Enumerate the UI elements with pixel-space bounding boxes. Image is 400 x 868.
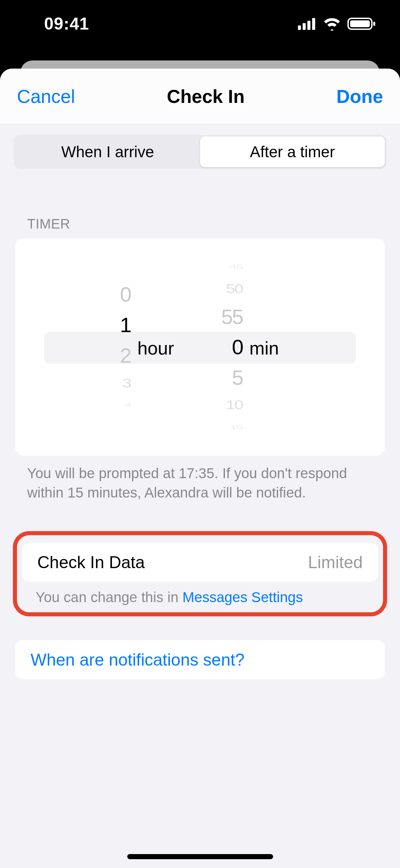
wifi-icon <box>323 17 341 31</box>
picker-hour-label: hour <box>137 338 174 359</box>
check-in-data-label: Check In Data <box>37 553 145 572</box>
timer-section-header: TIMER <box>0 169 400 238</box>
picker-minute-column[interactable]: 45 50 55 0 5 10 15 <box>195 257 243 437</box>
segmented-control[interactable]: When I arrive After a timer <box>14 135 386 169</box>
svg-rect-0 <box>298 25 301 30</box>
segment-when-i-arrive[interactable]: When I arrive <box>15 137 200 167</box>
notifications-info-label: When are notifications sent? <box>31 650 245 670</box>
svg-rect-6 <box>373 22 375 26</box>
modal-sheet: Cancel Check In Done When I arrive After… <box>0 69 400 868</box>
nav-title: Check In <box>167 86 245 107</box>
cancel-button[interactable]: Cancel <box>17 86 75 107</box>
svg-rect-1 <box>303 23 306 30</box>
check-in-data-section-highlighted: Check In Data Limited You can change thi… <box>13 531 387 616</box>
check-in-data-footer: You can change this in Messages Settings <box>17 582 383 605</box>
done-button[interactable]: Done <box>337 86 383 107</box>
picker-min-label: min <box>249 338 279 359</box>
timer-footer-text: You will be prompted at 17:35. If you do… <box>0 456 400 502</box>
segment-after-a-timer[interactable]: After a timer <box>200 137 385 167</box>
svg-rect-5 <box>350 20 370 27</box>
status-bar-time: 09:41 <box>44 14 89 34</box>
nav-bar: Cancel Check In Done <box>0 69 400 125</box>
battery-icon <box>347 17 376 31</box>
timer-picker[interactable]: 0 1 2 3 4 hour 45 50 55 0 5 10 15 min <box>15 238 385 456</box>
svg-rect-3 <box>312 18 315 30</box>
status-bar: 09:41 <box>0 0 400 48</box>
check-in-data-value: Limited <box>308 553 363 572</box>
picker-hour-column[interactable]: 0 1 2 3 4 <box>80 279 131 415</box>
svg-rect-2 <box>307 21 310 30</box>
notifications-info-row[interactable]: When are notifications sent? <box>15 640 385 679</box>
check-in-data-row[interactable]: Check In Data Limited <box>22 543 378 582</box>
messages-settings-link[interactable]: Messages Settings <box>183 589 303 605</box>
cellular-icon <box>298 18 317 30</box>
status-bar-icons <box>298 17 376 31</box>
home-indicator[interactable] <box>127 854 273 859</box>
